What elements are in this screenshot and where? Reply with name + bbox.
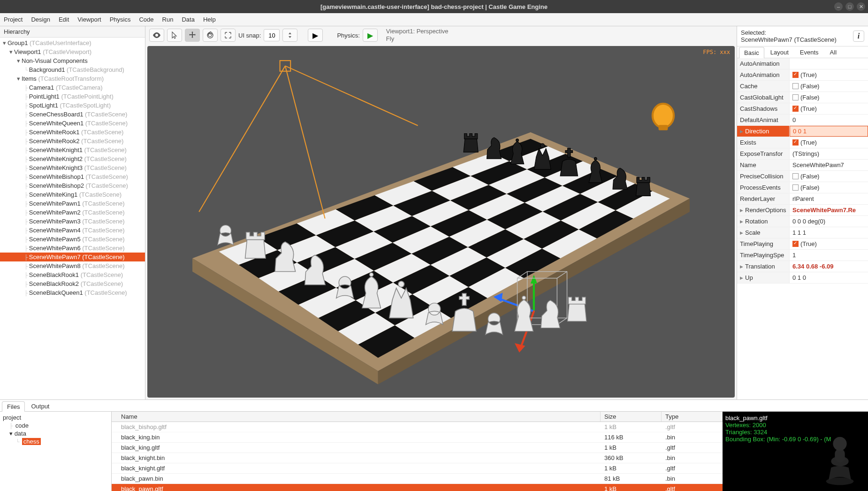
checkbox-icon[interactable]	[792, 173, 799, 179]
hierarchy-item[interactable]: ├SceneWhiteKnight1 (TCastleScene)	[0, 146, 145, 154]
prop-row[interactable]: ▶Up0 1 0	[737, 272, 868, 284]
hierarchy-item[interactable]: ├SceneBlackRook2 (TCastleScene)	[0, 279, 145, 288]
prop-row[interactable]: CastShadows (True)	[737, 103, 868, 115]
hierarchy-item[interactable]: ▾Non-Visual Components	[0, 56, 145, 65]
dir-tree[interactable]: project├ code▾ data└ chess	[0, 412, 112, 491]
prop-row[interactable]: Exists (True)	[737, 137, 868, 148]
menu-data[interactable]: Data	[182, 16, 194, 23]
prop-row[interactable]: DefaultAnimat0	[737, 115, 868, 126]
maximize-icon[interactable]: □	[845, 2, 854, 11]
checkbox-icon[interactable]	[792, 241, 799, 247]
prop-row[interactable]: ExposeTransfor(TStrings)	[737, 148, 868, 160]
hierarchy-item[interactable]: ├PointLight1 (TCastlePointLight)	[0, 92, 145, 101]
file-table[interactable]: Name Size Type black_bishop.gltf1 kB.glt…	[112, 412, 723, 491]
hierarchy-item[interactable]: ├SceneWhitePawn5 (TCastleScene)	[0, 235, 145, 244]
hierarchy-item[interactable]: ├SceneWhitePawn4 (TCastleScene)	[0, 226, 145, 235]
prop-row[interactable]: TimePlaying (True)	[737, 238, 868, 250]
dir-item[interactable]: ▾ data	[2, 430, 109, 437]
file-row[interactable]: black_bishop.gltf1 kB.gltf	[112, 422, 723, 432]
hierarchy-item[interactable]: ├SceneWhitePawn6 (TCastleScene)	[0, 244, 145, 253]
file-row[interactable]: black_pawn.gltf1 kB.gltf	[112, 484, 723, 491]
prop-row[interactable]: CastGlobalLight (False)	[737, 92, 868, 103]
hierarchy-item[interactable]: ├SceneWhiteBishop1 (TCastleScene)	[0, 172, 145, 181]
bottom-tab-output[interactable]: Output	[26, 401, 54, 411]
hierarchy-item[interactable]: ├SceneWhitePawn1 (TCastleScene)	[0, 199, 145, 208]
scale-tool-icon[interactable]	[221, 29, 236, 42]
prop-row[interactable]: ▶Rotation0 0 0 deg(0)	[737, 216, 868, 227]
cursor-icon[interactable]	[167, 29, 182, 42]
hierarchy-item[interactable]: ▾Group1 (TCastleUserInterface)	[0, 38, 145, 47]
file-row[interactable]: black_knight.gltf1 kB.gltf	[112, 463, 723, 474]
checkbox-icon[interactable]	[792, 139, 799, 146]
hierarchy-item[interactable]: ├SceneWhitePawn2 (TCastleScene)	[0, 208, 145, 217]
physics-play-button[interactable]: ▶	[363, 29, 378, 42]
ui-snap-input[interactable]	[264, 29, 280, 41]
prop-row[interactable]: ▶Translation6.34 0.68 -6.09	[737, 261, 868, 272]
col-name[interactable]: Name	[112, 412, 601, 422]
hierarchy-item[interactable]: ├SpotLight1 (TCastleSpotLight)	[0, 101, 145, 110]
dir-item[interactable]: project	[2, 414, 109, 422]
hierarchy-item[interactable]: ├SceneWhiteKnight3 (TCastleScene)	[0, 163, 145, 172]
prop-row[interactable]: ▶Scale1 1 1	[737, 227, 868, 238]
close-icon[interactable]: ✕	[857, 2, 865, 11]
prop-row[interactable]: Cache (False)	[737, 81, 868, 92]
inspector-tab-all[interactable]: All	[825, 46, 842, 58]
hierarchy-item[interactable]: ▾Items (TCastleRootTransform)	[0, 74, 145, 83]
hierarchy-item[interactable]: ├SceneWhitePawn3 (TCastleScene)	[0, 217, 145, 226]
inspector-tab-events[interactable]: Events	[795, 46, 824, 58]
menu-project[interactable]: Project	[4, 16, 23, 23]
hierarchy-item[interactable]: ├SceneChessBoard1 (TCastleScene)	[0, 110, 145, 119]
file-row[interactable]: black_knight.bin360 kB.bin	[112, 453, 723, 463]
inspector-tab-layout[interactable]: Layout	[765, 46, 794, 58]
hierarchy-item[interactable]: ├SceneWhiteRook1 (TCastleScene)	[0, 128, 145, 137]
prop-row[interactable]: RenderLayerrlParent	[737, 193, 868, 205]
prop-row[interactable]: ▶RenderOptionsSceneWhitePawn7.Re	[737, 205, 868, 216]
checkbox-icon[interactable]	[792, 72, 799, 78]
minimize-icon[interactable]: –	[834, 2, 843, 11]
dir-item[interactable]: ├ code	[2, 422, 109, 430]
col-size[interactable]: Size	[601, 412, 662, 422]
inspector-tab-basic[interactable]: Basic	[739, 47, 764, 58]
menu-viewport[interactable]: Viewport	[77, 16, 101, 23]
checkbox-icon[interactable]	[792, 184, 799, 191]
visibility-icon[interactable]	[149, 29, 164, 42]
bottom-tab-files[interactable]: Files	[2, 401, 25, 412]
hierarchy-item[interactable]: └Background1 (TCastleBackground)	[0, 65, 145, 74]
prop-row[interactable]: ProcessEvents (False)	[737, 182, 868, 193]
snap-stepper-icon[interactable]	[282, 29, 297, 42]
file-row[interactable]: black_pawn.bin81 kB.bin	[112, 474, 723, 484]
checkbox-icon[interactable]	[792, 106, 799, 112]
hierarchy-tree[interactable]: ▾Group1 (TCastleUserInterface)▾Viewport1…	[0, 38, 145, 399]
col-type[interactable]: Type	[662, 412, 723, 422]
prop-row[interactable]: AutoAnimation	[737, 58, 868, 69]
dir-item[interactable]: └ chess	[2, 437, 109, 445]
file-row[interactable]: black_king.gltf1 kB.gltf	[112, 443, 723, 453]
hierarchy-item[interactable]: ├SceneWhitePawn7 (TCastleScene)	[0, 253, 145, 261]
hierarchy-item[interactable]: ├SceneWhiteRook2 (TCastleScene)	[0, 137, 145, 146]
property-grid[interactable]: AutoAnimationAutoAnimation (True)Cache (…	[737, 58, 868, 399]
viewport-3d[interactable]: FPS: xxx	[147, 46, 735, 398]
hierarchy-item[interactable]: ├SceneWhiteKnight2 (TCastleScene)	[0, 154, 145, 163]
prop-row[interactable]: AutoAnimation (True)	[737, 69, 868, 81]
prop-row[interactable]: TimePlayingSpe1	[737, 250, 868, 261]
move-tool-icon[interactable]	[185, 29, 200, 42]
menu-design[interactable]: Design	[31, 16, 50, 23]
hierarchy-item[interactable]: ├SceneBlackQueen1 (TCastleScene)	[0, 288, 145, 297]
hierarchy-item[interactable]: ├SceneWhiteQueen1 (TCastleScene)	[0, 119, 145, 128]
hierarchy-item[interactable]: ├SceneBlackRook1 (TCastleScene)	[0, 270, 145, 279]
file-row[interactable]: black_king.bin116 kB.bin	[112, 432, 723, 443]
prop-row[interactable]: NameSceneWhitePawn7	[737, 160, 868, 171]
menu-run[interactable]: Run	[162, 16, 174, 23]
hierarchy-item[interactable]: ├SceneWhiteKing1 (TCastleScene)	[0, 190, 145, 199]
prop-row[interactable]: PreciseCollision (False)	[737, 171, 868, 182]
checkbox-icon[interactable]	[792, 83, 799, 89]
hierarchy-item[interactable]: ├SceneWhitePawn8 (TCastleScene)	[0, 261, 145, 270]
play-button[interactable]: ▶	[308, 29, 323, 42]
prop-row[interactable]: ▶Direction0 0 1	[737, 126, 868, 137]
menu-physics[interactable]: Physics	[110, 16, 131, 23]
menu-help[interactable]: Help	[203, 16, 216, 23]
rotate-tool-icon[interactable]	[203, 29, 218, 42]
menu-edit[interactable]: Edit	[59, 16, 69, 23]
hierarchy-item[interactable]: ├Camera1 (TCastleCamera)	[0, 83, 145, 92]
info-icon[interactable]: i	[853, 31, 864, 42]
